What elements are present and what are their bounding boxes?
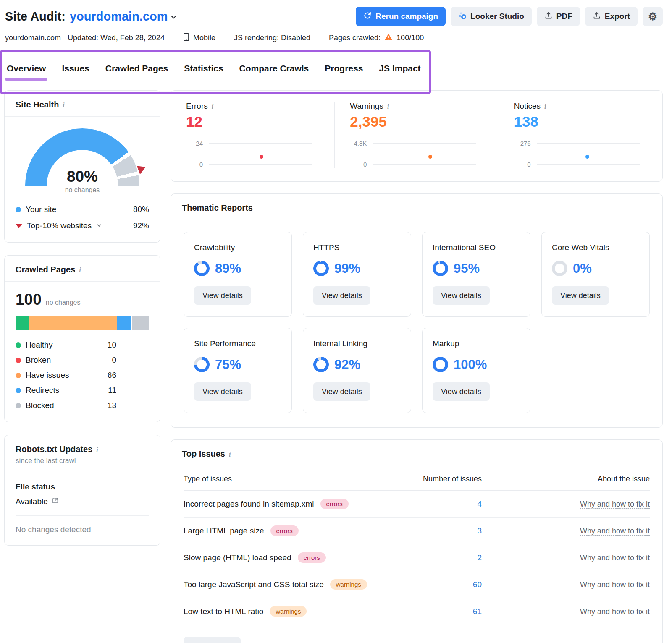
why-how-to-fix-link[interactable]: Why and how to fix it [580,527,650,536]
thematic-reports-card: Thematic Reports Crawlability 89% View d… [171,193,663,428]
view-details-button[interactable]: View details [194,382,251,401]
why-how-to-fix-link[interactable]: Why and how to fix it [580,554,650,562]
progress-ring-icon [313,357,329,372]
chevron-down-icon [170,10,177,24]
settings-button[interactable] [643,7,663,26]
view-details-button[interactable]: View details [433,382,490,401]
legend-your-site: Your site 80% [16,205,149,214]
export-button[interactable]: Export [585,7,638,26]
view-details-button[interactable]: View details [194,286,251,305]
tab-overview[interactable]: Overview [7,63,46,73]
overview-content: Site Health 80% no changes Your site [0,89,672,643]
errors-sparkline: 24 0 [186,139,312,168]
info-icon[interactable] [212,102,213,111]
upload-icon [593,11,601,22]
refresh-icon [363,11,372,22]
tab-statistics[interactable]: Statistics [184,63,223,73]
gear-icon [648,10,657,23]
info-icon[interactable] [63,100,64,110]
issue-count-link[interactable]: 2 [419,553,482,562]
why-how-to-fix-link[interactable]: Why and how to fix it [580,607,650,616]
view-details-button[interactable]: View details [313,382,370,401]
gridline [373,143,476,144]
thematic-card-site-performance: Site Performance 75% View details [184,328,292,413]
header: Site Audit: yourdomain.com Rerun campaig… [0,0,672,43]
robots-title: Robots.txt Updates [16,444,92,454]
gridline [209,164,312,165]
gridline [209,143,312,144]
warnings-count[interactable]: 2,395 [350,113,483,130]
looker-studio-icon [458,11,467,22]
meta-js-rendering: JS rendering: Disabled [234,34,310,42]
legend-healthy: Healthy 10 [16,340,116,350]
tab-progress[interactable]: Progress [325,63,363,73]
legend-top10-websites[interactable]: Top-10% websites 92% [16,221,149,230]
why-how-to-fix-link[interactable]: Why and how to fix it [580,580,650,589]
issue-count-link[interactable]: 3 [419,526,482,536]
blue-dot-icon [16,388,21,393]
issue-row: Low text to HTML ratio warnings 61 Why a… [184,598,650,625]
robots-txt-card: Robots.txt Updates since the last crawl … [4,435,160,546]
rerun-campaign-button[interactable]: Rerun campaign [356,7,446,26]
view-details-button[interactable]: View details [552,286,609,305]
bar-segment-have-issues[interactable] [29,316,117,330]
chevron-down-icon [96,221,102,230]
external-link-icon [52,497,58,506]
orange-dot-icon [16,373,21,378]
gridline [537,143,640,144]
blue-dot-icon [16,207,21,212]
tab-compare-crawls[interactable]: Compare Crawls [239,63,309,73]
tab-crawled-pages[interactable]: Crawled Pages [105,63,168,73]
upload-icon [544,11,553,22]
thematic-card-https: HTTPS 99% View details [303,232,411,317]
left-column: Site Health 80% no changes Your site [4,90,160,546]
info-icon[interactable] [229,449,231,459]
issue-count-link[interactable]: 60 [419,580,482,589]
severity-badge: warnings [270,606,307,617]
issue-row: Large HTML page size errors 3 Why and ho… [184,518,650,544]
metric-notices: Notices 138 276 0 [499,102,662,168]
file-status-link[interactable]: Available [16,497,149,516]
bar-segment-redirects[interactable] [117,316,132,330]
view-details-button[interactable]: View details [313,286,370,305]
issue-row: Slow page (HTML) load speed errors 2 Why… [184,544,650,571]
pdf-button[interactable]: PDF [537,7,580,26]
thematic-card-international-seo: International SEO 95% View details [422,232,530,317]
mobile-phone-icon [183,33,189,43]
warnings-sparkline: 4.8K 0 [350,139,476,168]
notices-count[interactable]: 138 [514,113,647,130]
gridline [537,164,640,165]
metric-warnings: Warnings 2,395 4.8K 0 [334,102,498,168]
domain-selector[interactable]: yourdomain.com [70,10,177,24]
robots-note: No changes detected [16,516,149,545]
tab-issues[interactable]: Issues [62,63,89,73]
issue-count-link[interactable]: 61 [419,607,482,616]
thematic-card-internal-linking: Internal Linking 92% View details [303,328,411,413]
info-icon[interactable] [96,444,98,454]
bar-segment-healthy[interactable] [16,316,29,330]
bar-segment-blocked[interactable] [132,316,149,330]
looker-studio-button[interactable]: Looker Studio [451,7,532,26]
tab-js-impact[interactable]: JS Impact [379,63,420,73]
issue-count-link[interactable]: 4 [419,499,482,509]
errors-count[interactable]: 12 [186,113,319,130]
crawled-pages-card: Crawled Pages 100 no changes Hea [4,255,160,422]
view-details-button[interactable]: View details [184,637,241,643]
severity-badge: errors [270,525,299,536]
progress-ring-icon [313,261,329,276]
gridline [373,164,476,165]
severity-badge: errors [320,499,349,509]
progress-ring-icon [433,357,448,372]
info-icon[interactable] [387,102,389,111]
view-details-button[interactable]: View details [433,286,490,305]
info-icon[interactable] [544,102,546,111]
campaign-meta: yourdomain.com Updated: Wed, Feb 28, 202… [5,33,663,43]
thematic-reports-title: Thematic Reports [182,203,253,213]
warning-triangle-icon [384,33,393,43]
severity-badge: errors [298,552,326,563]
progress-ring-icon [433,261,448,276]
why-how-to-fix-link[interactable]: Why and how to fix it [580,500,650,509]
legend-blocked: Blocked 13 [16,401,116,410]
top-issues-title: Top Issues [182,449,225,459]
info-icon[interactable] [79,265,81,274]
